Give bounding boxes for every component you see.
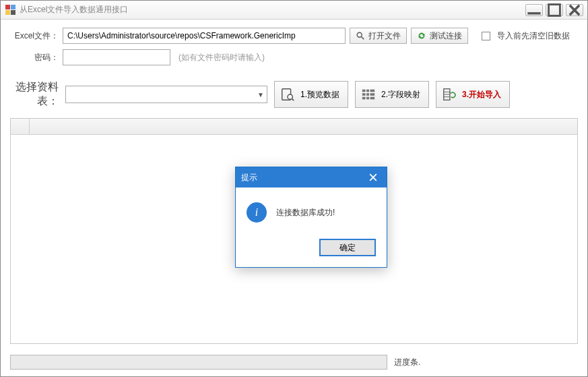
- start-import-label: 3.开始导入: [462, 89, 501, 100]
- dialog-title: 提示: [241, 172, 257, 183]
- maximize-icon: [546, 2, 562, 18]
- open-file-label: 打开文件: [368, 30, 401, 42]
- field-mapping-label: 2.字段映射: [381, 89, 420, 100]
- maximize-button[interactable]: [546, 4, 563, 16]
- chevron-down-icon: ▼: [257, 91, 264, 98]
- dialog-ok-label: 确定: [339, 242, 356, 254]
- preview-data-button[interactable]: 1.预览数据: [274, 81, 348, 108]
- file-row: Excel文件： 打开文件 测试连接 导入前先清空旧数据: [10, 28, 578, 44]
- test-connection-label: 测试连接: [430, 30, 462, 42]
- dialog-message: 连接数据库成功!: [276, 207, 335, 219]
- preview-data-label: 1.预览数据: [300, 89, 339, 100]
- dialog-footer: 确定: [236, 232, 387, 267]
- file-label: Excel文件：: [10, 30, 59, 42]
- minimize-button[interactable]: [525, 4, 543, 16]
- dialog-ok-button[interactable]: 确定: [319, 239, 376, 256]
- password-input[interactable]: [63, 49, 170, 65]
- progress-row: 进度条.: [10, 355, 578, 370]
- main-window: 从Excel文件导入数据通用接口 Excel文件： 打开文件 测试连接: [0, 0, 588, 377]
- password-row: 密码： (如有文件密码时请输入): [10, 49, 578, 65]
- app-icon: [5, 5, 15, 16]
- svg-rect-10: [362, 93, 374, 96]
- password-label: 密码：: [10, 52, 59, 63]
- dialog-body: i 连接数据库成功!: [236, 187, 387, 232]
- svg-rect-11: [362, 97, 374, 100]
- message-dialog: 提示 i 连接数据库成功! 确定: [235, 167, 387, 268]
- steps-row: 选择资料表： ▼ 1.预览数据 2.字段映射: [10, 80, 578, 109]
- progress-label: 进度条.: [394, 357, 420, 368]
- mapping-icon: [361, 87, 376, 102]
- search-icon: [356, 31, 365, 40]
- start-import-button[interactable]: 3.开始导入: [436, 81, 510, 108]
- field-mapping-button[interactable]: 2.字段映射: [355, 81, 429, 108]
- window-title: 从Excel文件导入数据通用接口: [20, 4, 525, 16]
- svg-point-4: [357, 32, 362, 37]
- preview-icon: [280, 87, 295, 102]
- progress-bar: [10, 355, 387, 370]
- password-hint: (如有文件密码时请输入): [178, 52, 265, 63]
- dialog-close-button[interactable]: [365, 170, 381, 185]
- grid-header: [11, 119, 577, 135]
- grid-corner: [11, 119, 30, 134]
- table-select-label: 选择资料表：: [10, 80, 59, 109]
- minimize-icon: [526, 2, 542, 18]
- window-controls: [525, 4, 583, 16]
- info-icon: i: [247, 202, 267, 223]
- clear-before-import-label: 导入前先清空旧数据: [497, 30, 570, 42]
- svg-line-5: [362, 37, 364, 40]
- svg-rect-1: [549, 4, 560, 16]
- close-button[interactable]: [566, 4, 583, 16]
- close-icon: [369, 173, 377, 181]
- svg-rect-9: [362, 90, 374, 92]
- test-connection-button[interactable]: 测试连接: [411, 28, 468, 44]
- svg-line-8: [292, 98, 294, 100]
- open-file-button[interactable]: 打开文件: [350, 28, 407, 44]
- dialog-titlebar: 提示: [236, 167, 387, 187]
- close-icon: [566, 2, 583, 18]
- refresh-icon: [417, 31, 426, 40]
- title-bar: 从Excel文件导入数据通用接口: [1, 1, 587, 20]
- client-area: Excel文件： 打开文件 测试连接 导入前先清空旧数据 密码： (如有文件密码…: [1, 20, 587, 376]
- import-icon: [442, 87, 457, 102]
- clear-before-import-checkbox[interactable]: [482, 32, 490, 40]
- svg-point-7: [288, 94, 292, 99]
- file-path-input[interactable]: [63, 28, 346, 44]
- table-select-combo[interactable]: ▼: [65, 86, 267, 103]
